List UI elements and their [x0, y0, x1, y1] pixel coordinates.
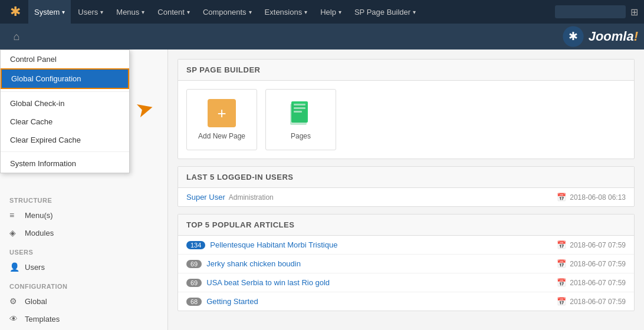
- nav-extensions[interactable]: Extensions ▾: [259, 0, 314, 24]
- popular-data: 134 Pellentesque Habitant Morbi Tristiqu…: [178, 236, 634, 311]
- caret-icon: ▾: [339, 9, 341, 15]
- user-role: Administration: [229, 193, 274, 202]
- article-link[interactable]: Getting Started: [206, 297, 258, 306]
- eye-icon: 👁: [9, 314, 20, 324]
- logged-in-panel-header: LAST 5 LOGGED-IN USERS: [178, 167, 634, 188]
- caret-icon: ▾: [142, 9, 144, 15]
- main-content: SP PAGE BUILDER + Add New Page: [168, 50, 644, 330]
- user-date: 📅 2018-06-08 06:13: [557, 193, 626, 202]
- joomla-brand-name: Joomla!: [589, 29, 638, 44]
- sidebar-section-users: USERS: [0, 242, 167, 258]
- sidebar-section-structure: STRUCTURE: [0, 190, 167, 206]
- article-date: 📅 2018-06-07 07:59: [557, 240, 626, 249]
- nav-components[interactable]: Components ▾: [197, 0, 258, 24]
- sidebar-item-modules[interactable]: ◈ Modules: [0, 224, 167, 242]
- caret-icon: ▾: [304, 9, 307, 15]
- sidebar-item-menus[interactable]: ≡ Menu(s): [0, 206, 167, 224]
- table-row: Super User Administration 📅 2018-06-08 0…: [178, 188, 634, 206]
- joomla-icon: ✱: [10, 4, 21, 19]
- caret-icon: ▾: [249, 9, 252, 15]
- joomla-brand-logo-svg: ✱: [561, 25, 585, 48]
- nav-right-area: ⊞: [555, 5, 638, 18]
- logged-in-panel: LAST 5 LOGGED-IN USERS Super User Admini…: [178, 166, 635, 207]
- sidebar-item-users[interactable]: 👤 Users: [0, 258, 167, 276]
- calendar-icon: 📅: [557, 278, 566, 287]
- nav-users[interactable]: Users ▾: [72, 0, 109, 24]
- sidebar: Control Panel Global Configuration Globa…: [0, 50, 168, 330]
- article-date: 📅 2018-06-07 07:59: [557, 278, 626, 287]
- joomla-brand: ✱ Joomla!: [561, 25, 638, 48]
- user-icon: 👤: [9, 262, 20, 272]
- dropdown-divider: [1, 91, 129, 92]
- gear-icon: ⚙: [9, 296, 20, 306]
- nav-help[interactable]: Help ▾: [314, 0, 347, 24]
- calendar-icon: 📅: [557, 297, 566, 306]
- sidebar-item-global[interactable]: ⚙ Global: [0, 292, 167, 310]
- spb-pages[interactable]: Pages: [265, 89, 336, 150]
- dropdown-divider2: [1, 151, 129, 152]
- article-link[interactable]: Jerky shank chicken boudin: [206, 259, 301, 268]
- dropdown-control-panel[interactable]: Control Panel: [1, 50, 129, 68]
- pages-label: Pages: [291, 132, 311, 140]
- article-count-badge: 69: [186, 279, 202, 287]
- caret-icon: ▾: [187, 9, 190, 15]
- sidebar-item-languages[interactable]: 💬 Language(s): [0, 328, 167, 330]
- dropdown-global-checkin[interactable]: Global Check-in: [1, 94, 129, 113]
- dropdown-global-configuration[interactable]: Global Configuration: [1, 68, 129, 89]
- sidebar-section-configuration: CONFIGURATION: [0, 276, 167, 292]
- calendar-icon: 📅: [557, 259, 566, 268]
- search-input[interactable]: [555, 5, 626, 18]
- spb-panel-body: + Add New Page: [178, 81, 634, 159]
- menu-icon: ≡: [9, 210, 20, 220]
- main-layout: Control Panel Global Configuration Globa…: [0, 50, 644, 330]
- module-icon: ◈: [9, 228, 20, 237]
- caret-icon: ▾: [100, 9, 103, 15]
- article-link[interactable]: Pellentesque Habitant Morbi Tristique: [210, 240, 337, 249]
- article-count-badge: 134: [186, 241, 205, 249]
- article-count-badge: 68: [186, 298, 202, 306]
- grid-icon[interactable]: ⊞: [630, 6, 638, 18]
- article-date: 📅 2018-06-07 07:59: [557, 297, 626, 306]
- nav-system[interactable]: System ▾: [28, 0, 71, 24]
- popular-panel: TOP 5 POPULAR ARTICLES 134 Pellentesque …: [178, 214, 635, 311]
- nav-menus[interactable]: Menus ▾: [110, 0, 150, 24]
- spb-panel-header: SP PAGE BUILDER: [178, 60, 634, 81]
- user-link[interactable]: Super User: [186, 193, 225, 202]
- table-row: 68 Getting Started 📅 2018-06-07 07:59: [178, 292, 634, 311]
- calendar-icon: 📅: [557, 240, 566, 249]
- top-navigation: ✱ System ▾ Users ▾ Menus ▾ Content ▾ Com…: [0, 0, 644, 24]
- svg-rect-6: [290, 104, 307, 125]
- spb-add-new-page[interactable]: + Add New Page: [186, 89, 257, 150]
- article-count-badge: 69: [186, 260, 202, 268]
- popular-panel-header: TOP 5 POPULAR ARTICLES: [178, 214, 634, 236]
- article-date: 📅 2018-06-07 07:59: [557, 259, 626, 268]
- dropdown-clear-expired-cache[interactable]: Clear Expired Cache: [1, 131, 129, 149]
- caret-icon: ▾: [413, 9, 416, 15]
- table-row: 69 Jerky shank chicken boudin 📅 2018-06-…: [178, 255, 634, 273]
- arrow-indicator: ➤: [133, 95, 156, 123]
- nav-sp-page-builder[interactable]: SP Page Builder ▾: [349, 0, 422, 24]
- svg-text:✱: ✱: [569, 30, 578, 42]
- home-button[interactable]: ⌂: [6, 26, 27, 47]
- add-new-page-label: Add New Page: [198, 132, 245, 140]
- pages-icon: [287, 99, 315, 127]
- spb-items: + Add New Page: [186, 89, 626, 150]
- table-row: 69 USA beat Serbia to win last Rio gold …: [178, 273, 634, 292]
- dropdown-clear-cache[interactable]: Clear Cache: [1, 113, 129, 131]
- second-bar: ⌂ ✱ Joomla!: [0, 24, 644, 50]
- calendar-icon: 📅: [557, 193, 566, 202]
- system-dropdown-menu: Control Panel Global Configuration Globa…: [0, 50, 130, 173]
- joomla-logo: ✱: [6, 2, 25, 21]
- table-row: 134 Pellentesque Habitant Morbi Tristiqu…: [178, 236, 634, 255]
- article-link[interactable]: USA beat Serbia to win last Rio gold: [206, 278, 330, 287]
- nav-content[interactable]: Content ▾: [152, 0, 196, 24]
- sidebar-item-templates[interactable]: 👁 Templates: [0, 310, 167, 328]
- logged-in-data: Super User Administration 📅 2018-06-08 0…: [178, 188, 634, 206]
- dropdown-system-information[interactable]: System Information: [1, 154, 129, 173]
- spb-panel: SP PAGE BUILDER + Add New Page: [178, 59, 635, 159]
- caret-icon: ▾: [62, 9, 65, 15]
- add-page-icon: +: [208, 99, 236, 127]
